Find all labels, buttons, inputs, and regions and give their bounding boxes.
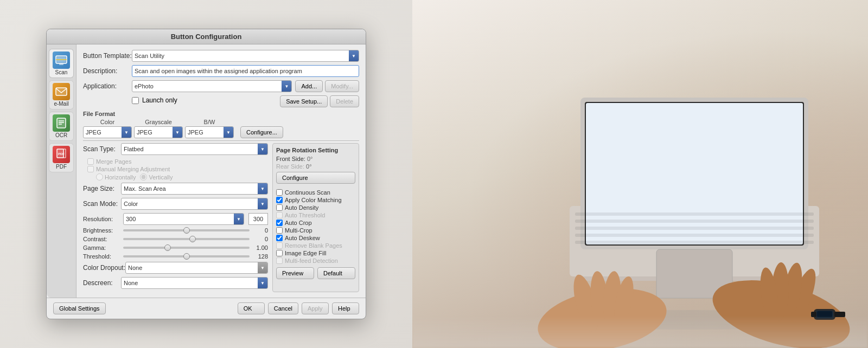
- scan-type-label: Scan Type:: [83, 145, 121, 153]
- cancel-button[interactable]: Cancel: [268, 302, 298, 314]
- page-size-value: Max. Scan Area: [122, 184, 258, 193]
- color-format-select[interactable]: JPEG ▼: [83, 126, 132, 138]
- sidebar-item-email[interactable]: e-Mail: [49, 80, 74, 109]
- save-setup-button[interactable]: Save Setup...: [280, 95, 328, 107]
- rear-side-label: Rear Side:: [276, 163, 304, 170]
- default-button[interactable]: Default: [317, 267, 355, 279]
- sidebar-pdf-label: PDF: [56, 164, 67, 170]
- launch-only-checkbox[interactable]: [132, 97, 139, 104]
- continuous-scan-checkbox[interactable]: [276, 189, 283, 196]
- color-format-dropdown[interactable]: ▼: [122, 127, 131, 138]
- resolution-dropdown[interactable]: ▼: [234, 214, 244, 224]
- page-size-label: Page Size:: [83, 185, 121, 192]
- page-rotation-title: Page Rotation Setting: [276, 147, 355, 153]
- multi-crop-item: Multi-Crop: [276, 227, 355, 234]
- sidebar-email-label: e-Mail: [54, 101, 68, 107]
- svg-text:PDF: PDF: [58, 152, 65, 156]
- vertically-radio[interactable]: [140, 173, 147, 181]
- merge-options: Merge Pages Manual Merging Adjustment Ho…: [87, 158, 268, 181]
- description-row: Description:: [83, 65, 359, 77]
- continuous-scan-item: Continuous Scan: [276, 189, 355, 196]
- contrast-label: Contrast:: [83, 236, 121, 242]
- horizontally-radio-item: Horizontally: [96, 173, 136, 181]
- apply-color-matching-checkbox[interactable]: [276, 197, 283, 203]
- auto-threshold-checkbox[interactable]: [276, 212, 283, 218]
- resolution-select[interactable]: 300 ▼: [123, 213, 244, 225]
- multi-crop-label: Multi-Crop: [285, 227, 312, 234]
- merge-pages-checkbox[interactable]: [87, 158, 94, 165]
- ocr-icon: [53, 114, 70, 132]
- multi-crop-checkbox[interactable]: [276, 227, 283, 234]
- description-input[interactable]: [132, 65, 359, 77]
- gamma-label: Gamma:: [83, 244, 121, 251]
- front-side-row: Front Side: 0°: [276, 156, 355, 162]
- grayscale-format-label: Grayscale: [134, 119, 183, 125]
- color-dropout-select[interactable]: None ▼: [125, 262, 268, 274]
- global-settings-button[interactable]: Global Settings: [53, 302, 106, 314]
- image-edge-fill-checkbox[interactable]: [276, 250, 283, 256]
- threshold-thumb[interactable]: [183, 253, 190, 260]
- grayscale-format-dropdown[interactable]: ▼: [173, 127, 182, 138]
- help-button[interactable]: Help: [332, 302, 359, 314]
- color-format-value: JPEG: [84, 128, 122, 137]
- contrast-thumb[interactable]: [189, 236, 196, 242]
- color-dropout-dropdown[interactable]: ▼: [258, 262, 267, 273]
- brightness-track: [123, 229, 250, 231]
- button-template-dropdown[interactable]: ▼: [349, 50, 359, 61]
- bw-format-dropdown[interactable]: ▼: [224, 127, 233, 138]
- sidebar-scan-label: Scan: [55, 69, 68, 75]
- auto-deskew-checkbox[interactable]: [276, 235, 283, 241]
- scan-type-select[interactable]: Flatbed ▼: [121, 143, 268, 155]
- delete-button[interactable]: Delete: [330, 95, 359, 107]
- preview-default-row: Preview Default: [276, 267, 355, 279]
- sidebar-item-pdf[interactable]: PDF PDF: [49, 143, 74, 172]
- page-size-dropdown[interactable]: ▼: [258, 183, 267, 194]
- bw-format-label: B/W: [185, 119, 234, 125]
- grayscale-format-select[interactable]: JPEG ▼: [134, 126, 183, 138]
- right-panel: Mac Action: [412, 0, 868, 348]
- continuous-scan-label: Continuous Scan: [285, 189, 330, 196]
- page-size-select[interactable]: Max. Scan Area ▼: [121, 183, 268, 195]
- multi-feed-detection-checkbox[interactable]: [276, 257, 283, 264]
- bw-format-select[interactable]: JPEG ▼: [185, 126, 234, 138]
- auto-density-checkbox[interactable]: [276, 204, 283, 211]
- scan-mode-label: Scan Mode:: [83, 200, 121, 208]
- descreen-select[interactable]: None ▼: [121, 277, 268, 289]
- rear-side-row: Rear Side: 0°: [276, 163, 355, 170]
- sidebar-item-scan[interactable]: Scan: [49, 49, 74, 78]
- gamma-thumb[interactable]: [164, 244, 171, 251]
- modify-button[interactable]: Modify...: [325, 80, 359, 92]
- auto-crop-checkbox[interactable]: [276, 220, 283, 226]
- launch-only-label[interactable]: Launch only: [132, 96, 177, 104]
- sidebar-item-ocr[interactable]: OCR: [49, 112, 74, 141]
- descreen-dropdown[interactable]: ▼: [258, 278, 267, 288]
- auto-deskew-label: Auto Deskew: [285, 235, 320, 241]
- application-dropdown[interactable]: ▼: [282, 81, 291, 92]
- button-template-value: Scan Utility: [132, 51, 349, 60]
- button-template-select[interactable]: Scan Utility ▼: [132, 50, 359, 62]
- svg-rect-20: [575, 234, 814, 237]
- launch-only-text: Launch only: [142, 96, 177, 104]
- svg-rect-17: [575, 212, 814, 216]
- preview-button[interactable]: Preview: [276, 267, 314, 279]
- color-format-col: Color JPEG ▼: [83, 119, 132, 138]
- horizontally-radio[interactable]: [96, 173, 103, 181]
- application-row: Application: ePhoto ▼ Add... Modify...: [83, 80, 359, 92]
- apply-button[interactable]: Apply: [302, 302, 329, 314]
- application-select[interactable]: ePhoto ▼: [132, 80, 292, 92]
- scan-mode-dropdown[interactable]: ▼: [258, 198, 267, 209]
- remove-blank-pages-item: Remove Blank Pages: [276, 242, 355, 249]
- manual-merging-checkbox[interactable]: [87, 166, 94, 172]
- ok-button[interactable]: OK: [238, 302, 265, 314]
- scan-mode-select[interactable]: Color ▼: [121, 198, 268, 210]
- remove-blank-pages-checkbox[interactable]: [276, 242, 283, 249]
- scan-type-dropdown[interactable]: ▼: [258, 144, 267, 154]
- add-button[interactable]: Add...: [295, 80, 323, 92]
- configure-rotation-button[interactable]: Configure: [276, 172, 355, 184]
- auto-crop-label: Auto Crop: [285, 220, 312, 226]
- grayscale-format-value: JPEG: [135, 128, 173, 137]
- auto-deskew-item: Auto Deskew: [276, 235, 355, 241]
- merge-direction-group: Horizontally Vertically: [96, 173, 268, 181]
- brightness-thumb[interactable]: [183, 227, 190, 234]
- configure-format-button[interactable]: Configure...: [240, 126, 283, 138]
